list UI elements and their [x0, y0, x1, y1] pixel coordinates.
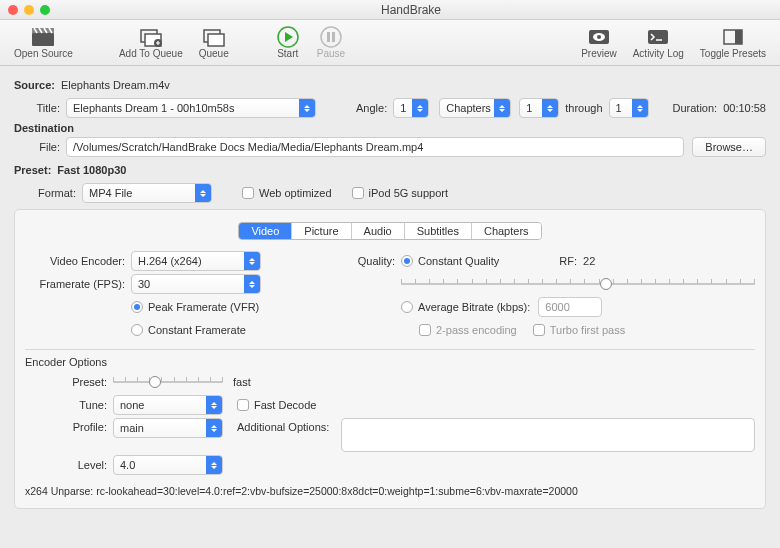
range-to-select[interactable]: 1 — [609, 98, 649, 118]
toolbar: Open Source Add To Queue Queue Start Pau… — [0, 20, 780, 66]
profile-select[interactable]: main — [113, 418, 223, 438]
level-label: Level: — [25, 459, 107, 471]
pause-button: Pause — [309, 24, 353, 61]
turbo-label: Turbo first pass — [550, 324, 625, 336]
twopass-checkbox — [419, 324, 431, 336]
minimize-icon[interactable] — [24, 5, 34, 15]
fast-decode-label: Fast Decode — [254, 399, 316, 411]
level-select[interactable]: 4.0 — [113, 455, 223, 475]
tune-label: Tune: — [25, 399, 107, 411]
tab-audio[interactable]: Audio — [352, 223, 405, 239]
window-title: HandBrake — [50, 3, 772, 17]
svg-rect-10 — [332, 32, 335, 42]
queue-button[interactable]: Queue — [191, 24, 237, 61]
eye-icon — [586, 26, 612, 48]
encoder-select[interactable]: H.264 (x264) — [131, 251, 261, 271]
browse-button[interactable]: Browse… — [692, 137, 766, 157]
format-select[interactable]: MP4 File — [82, 183, 212, 203]
source-label: Source: — [14, 79, 55, 91]
preset-slider[interactable] — [113, 375, 223, 389]
svg-rect-16 — [735, 30, 742, 44]
avg-bitrate-field[interactable]: 6000 — [538, 297, 602, 317]
avg-bitrate-label: Average Bitrate (kbps): — [418, 301, 530, 313]
close-icon[interactable] — [8, 5, 18, 15]
duration-label: Duration: — [673, 102, 718, 114]
range-from-select[interactable]: 1 — [519, 98, 559, 118]
addl-options-label: Additional Options: — [237, 418, 329, 433]
tab-video[interactable]: Video — [239, 223, 292, 239]
angle-label: Angle: — [356, 102, 387, 114]
encoder-label: Video Encoder: — [25, 255, 125, 267]
source-value: Elephants Dream.m4v — [61, 79, 170, 91]
addl-options-field[interactable] — [341, 418, 755, 452]
tune-select[interactable]: none — [113, 395, 223, 415]
clapper-icon — [30, 26, 56, 48]
format-label: Format: — [14, 187, 76, 199]
activity-log-button[interactable]: Activity Log — [625, 24, 692, 61]
start-button[interactable]: Start — [267, 24, 309, 61]
svg-point-13 — [597, 35, 601, 39]
web-optimized-label: Web optimized — [259, 187, 332, 199]
fps-select[interactable]: 30 — [131, 274, 261, 294]
preview-button[interactable]: Preview — [573, 24, 625, 61]
duration-value: 00:10:58 — [723, 102, 766, 114]
file-label: File: — [14, 141, 60, 153]
pause-icon — [318, 26, 344, 48]
title-select[interactable]: Elephants Dream 1 - 00h10m58s — [66, 98, 316, 118]
encoder-options-section: Encoder Options — [25, 356, 755, 368]
add-queue-icon — [138, 26, 164, 48]
fps-label: Framerate (FPS): — [25, 278, 125, 290]
tab-picture[interactable]: Picture — [292, 223, 351, 239]
add-to-queue-button[interactable]: Add To Queue — [111, 24, 191, 61]
svg-rect-9 — [327, 32, 330, 42]
angle-select[interactable]: 1 — [393, 98, 429, 118]
settings-card: Video Picture Audio Subtitles Chapters V… — [14, 209, 766, 509]
peak-framerate-radio[interactable] — [131, 301, 143, 313]
constant-quality-radio[interactable] — [401, 255, 413, 267]
web-optimized-checkbox[interactable] — [242, 187, 254, 199]
svg-rect-14 — [648, 30, 668, 44]
constant-framerate-radio[interactable] — [131, 324, 143, 336]
through-label: through — [565, 102, 602, 114]
tab-subtitles[interactable]: Subtitles — [405, 223, 472, 239]
destination-section: Destination — [14, 122, 766, 134]
twopass-label: 2-pass encoding — [436, 324, 517, 336]
zoom-icon[interactable] — [40, 5, 50, 15]
preset-slider-label: Preset: — [25, 376, 107, 388]
titlebar: HandBrake — [0, 0, 780, 20]
peak-framerate-label: Peak Framerate (VFR) — [148, 301, 259, 313]
quality-label: Quality: — [345, 255, 395, 267]
turbo-checkbox — [533, 324, 545, 336]
svg-point-8 — [321, 27, 341, 47]
tab-chapters[interactable]: Chapters — [472, 223, 541, 239]
constant-framerate-label: Constant Framerate — [148, 324, 246, 336]
svg-rect-6 — [208, 34, 224, 46]
play-icon — [275, 26, 301, 48]
preset-value: Fast 1080p30 — [57, 164, 126, 176]
preset-label: Preset: — [14, 164, 51, 176]
avg-bitrate-radio[interactable] — [401, 301, 413, 313]
fast-decode-checkbox[interactable] — [237, 399, 249, 411]
rf-value: 22 — [583, 255, 595, 267]
tab-group: Video Picture Audio Subtitles Chapters — [238, 222, 541, 240]
queue-icon — [201, 26, 227, 48]
ipod-label: iPod 5G support — [369, 187, 449, 199]
unparse-text: x264 Unparse: rc-lookahead=30:level=4.0:… — [25, 485, 578, 497]
svg-rect-0 — [32, 33, 54, 46]
terminal-icon — [645, 26, 671, 48]
ipod-checkbox[interactable] — [352, 187, 364, 199]
window-controls[interactable] — [8, 5, 50, 15]
file-field[interactable]: /Volumes/Scratch/HandBrake Docs Media/Me… — [66, 137, 684, 157]
profile-label: Profile: — [25, 418, 107, 433]
rf-label: RF: — [559, 255, 577, 267]
constant-quality-label: Constant Quality — [418, 255, 499, 267]
toggle-presets-button[interactable]: Toggle Presets — [692, 24, 774, 61]
range-type-select[interactable]: Chapters — [439, 98, 511, 118]
quality-slider[interactable] — [401, 277, 755, 291]
preset-slider-value: fast — [233, 376, 251, 388]
panel-icon — [720, 26, 746, 48]
open-source-button[interactable]: Open Source — [6, 24, 81, 61]
title-label: Title: — [14, 102, 60, 114]
